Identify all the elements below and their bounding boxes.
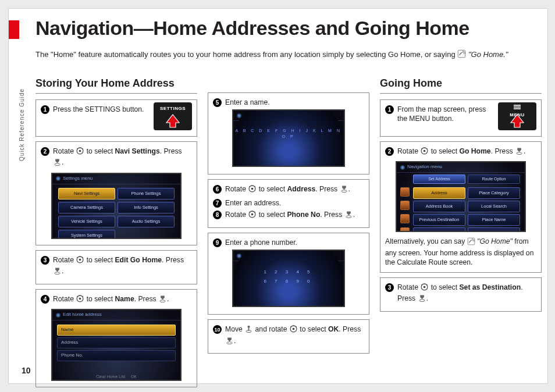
store-step-7-text: Enter an address. (225, 198, 364, 208)
go-step-1-text: From the map screen, press the MENU butt… (397, 105, 494, 124)
store-step-8-text: Rotate to select Phone No. Press . (225, 210, 364, 221)
scr-item: Address (413, 187, 465, 199)
keypad-row: 6 7 8 9 0 (233, 279, 344, 285)
keypad-row: 1 2 3 4 5 (233, 269, 344, 276)
scr-item: Local Search (468, 201, 520, 212)
rotate-dial-icon (420, 283, 429, 294)
rotate-dial-icon (248, 210, 257, 221)
intro-quote: "Go Home." (468, 50, 508, 59)
scr-item: Phone Settings (118, 188, 175, 199)
scr-row: Address (57, 337, 176, 348)
press-icon (158, 294, 167, 305)
svg-rect-9 (514, 106, 521, 108)
press-icon (225, 336, 234, 347)
press-icon (53, 158, 62, 169)
go-step-3-text: Rotate to select Set as Destination. Pre… (397, 283, 536, 305)
store-step-3-box: 3 Rotate to select Edit Go Home. Press . (35, 250, 197, 284)
scr-icon (400, 201, 410, 210)
step-bullet: 8 (213, 211, 222, 219)
step-bullet: 5 (213, 98, 222, 107)
store-step-5-box: 5 Enter a name. Edit name A B C D E F G … (208, 92, 369, 174)
scr-item: Go Home (413, 227, 465, 232)
page-title: Navigation—Home Addresses and Going Home (35, 17, 469, 40)
scr-title: Navigation menu (397, 162, 525, 173)
step-bullet: 9 (213, 238, 222, 247)
go-step-1-box: MENU 1 From the map screen, press the ME… (380, 99, 542, 137)
nav-menu-screenshot: Navigation menu Set Address Route Option… (396, 161, 526, 232)
step-bullet: 4 (41, 295, 49, 304)
scr-icon (400, 214, 410, 223)
scr-icon (400, 227, 410, 232)
store-step-6-text: Rotate to select Address. Press . (225, 184, 364, 195)
scr-item: Previous Destination (413, 214, 465, 226)
scr-item: Vehicle Settings (58, 216, 115, 227)
voice-icon (467, 237, 475, 248)
scr-item: Navi Settings (58, 188, 115, 199)
press-icon (53, 266, 62, 277)
settings-hard-button: SETTINGS (154, 102, 192, 130)
scr-item: More Search Methods (468, 227, 520, 232)
press-icon (515, 147, 524, 158)
scr-icon (400, 187, 410, 197)
rotate-dial-icon (76, 147, 84, 158)
step-bullet: 1 (385, 105, 394, 114)
step-bullet: 10 (213, 325, 222, 334)
intro-paragraph: The "Home" feature automatically routes … (35, 49, 524, 61)
go-step-2-text: Rotate to select Go Home. Press . (397, 147, 536, 158)
step-bullet: 3 (385, 283, 394, 292)
store-step-2-text: Rotate to select Navi Settings. Press . (53, 147, 192, 169)
scr-item: Place Name (468, 214, 520, 226)
column-storing: Storing Your Home Address SETTINGS 1 Pre… (35, 77, 197, 392)
store-step-2-box: 2 Rotate to select Navi Settings. Press … (35, 141, 197, 245)
scr-item: Info Settings (118, 202, 175, 213)
step-bullet: 2 (41, 147, 49, 156)
intro-text: The "Home" feature automatically routes … (35, 50, 457, 59)
go-step-2-box: 2 Rotate to select Go Home. Press . Navi… (380, 141, 542, 273)
brand-tab (9, 20, 19, 39)
svg-rect-10 (514, 108, 521, 109)
rotate-dial-icon (420, 147, 429, 158)
store-step-678-box: 6 Rotate to select Address. Press . 7 En… (208, 179, 369, 227)
scr-item: Place Category (468, 187, 520, 199)
scr-item: Camera Settings (58, 202, 115, 213)
side-section-label: Quick Reference Guide (19, 45, 27, 161)
scr-title: Settings menu (52, 174, 180, 184)
store-step-4-text: Rotate to select Name. Press . (53, 294, 192, 305)
rotate-dial-icon (76, 255, 84, 266)
store-step-10-box: 10 Move and rotate to select OK. Press . (208, 319, 369, 354)
store-step-3-text: Rotate to select Edit Go Home. Press . (53, 255, 192, 278)
svg-rect-8 (514, 105, 521, 106)
store-step-4-box: 4 Rotate to select Name. Press . Edit ho… (35, 289, 197, 387)
step-bullet: 3 (41, 256, 49, 265)
go-alternative-text: Alternatively, you can say "Go Home" fro… (385, 237, 533, 266)
go-step-3-box: 3 Rotate to select Set as Destination. P… (380, 277, 542, 312)
scr-item: Audio Settings (118, 216, 175, 227)
joystick-icon (244, 325, 253, 336)
scr-tab: Route Option (468, 174, 520, 183)
store-step-1-text: Press the SETTINGS button. (53, 105, 150, 114)
edit-phone-screenshot: Edit phone number 1 2 3 4 5 6 7 8 9 0 OK (232, 250, 345, 307)
press-icon (418, 294, 426, 305)
settings-button-label: SETTINGS (154, 102, 192, 112)
voice-icon (457, 49, 466, 61)
rotate-dial-icon (248, 184, 257, 195)
heading-storing: Storing Your Home Address (35, 77, 197, 90)
edit-home-address-screenshot: Edit home address Name Address Phone No.… (51, 309, 182, 381)
page-number: 10 (22, 366, 31, 375)
scr-item: System Settings (58, 230, 115, 239)
column-going-home: Going Home MENU 1 From the map screen, p… (380, 77, 542, 392)
scr-tab: Set Address (413, 174, 465, 183)
up-arrow-icon (165, 113, 180, 129)
store-step-9-box: 9 Enter a phone number. Edit phone numbe… (208, 233, 369, 315)
press-icon (344, 210, 353, 221)
scr-item: Address Book (413, 201, 465, 212)
edit-name-screenshot: Edit name A B C D E F G H I J K L M N O … (232, 109, 345, 167)
press-icon (340, 184, 348, 195)
column-middle: 5 Enter a name. Edit name A B C D E F G … (208, 77, 369, 392)
heading-going-home: Going Home (380, 77, 542, 90)
store-step-5-text: Enter a name. (225, 98, 364, 107)
scr-row: Phone No. (57, 350, 176, 361)
scr-arc-letters: A B C D E F G H I J K L M N O P (233, 128, 344, 139)
menu-glyph-icon (513, 104, 521, 110)
store-step-9-text: Enter a phone number. (225, 238, 364, 247)
